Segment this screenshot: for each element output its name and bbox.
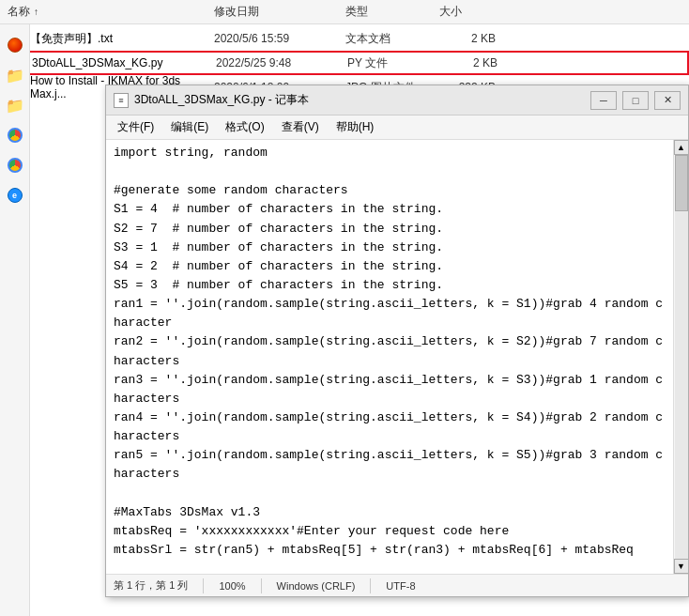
menu-help-label: 帮助(H): [336, 120, 375, 133]
menu-format-label: 格式(O): [225, 120, 264, 133]
close-button[interactable]: ✕: [654, 91, 681, 110]
notepad-scrollbar: ▲ ▼: [673, 140, 688, 574]
status-zoom: 100%: [219, 580, 245, 592]
explorer-header: 名称 ↑ 修改日期 类型 大小: [0, 0, 689, 24]
status-position: 第 1 行，第 1 列: [114, 578, 188, 593]
file-name-text: 3DtoALL_3DSMax_KG.py: [32, 56, 162, 69]
maximize-button[interactable]: □: [622, 91, 649, 110]
folder-icon: 📁: [6, 67, 24, 85]
scrollbar-track[interactable]: [675, 155, 688, 559]
sidebar-icon-install1[interactable]: 📁: [4, 64, 26, 86]
col-type-label: 类型: [345, 5, 368, 18]
sidebar-icons: 📁 📁 e: [0, 24, 30, 616]
sidebar-icon-install2[interactable]: 📁: [4, 94, 26, 116]
col-date[interactable]: 修改日期: [214, 4, 327, 20]
menu-file-label: 文件(F): [117, 120, 154, 133]
file-type-text: 文本文档: [345, 31, 421, 47]
app-icon: [8, 38, 23, 53]
close-icon: ✕: [664, 94, 672, 106]
notepad-menubar: 文件(F) 编辑(E) 格式(O) 查看(V) 帮助(H): [106, 116, 688, 140]
notepad-content-wrapper: ▲ ▼: [106, 140, 688, 574]
menu-edit[interactable]: 编辑(E): [163, 116, 216, 138]
file-name-cell: ≡ 【免责声明】.txt: [8, 30, 195, 47]
status-line-ending: Windows (CRLF): [277, 580, 356, 592]
sidebar-icon-follow[interactable]: [4, 124, 26, 146]
status-separator: [370, 578, 371, 593]
scrollbar-thumb[interactable]: [675, 155, 688, 211]
folder-icon: 📁: [6, 97, 24, 115]
notepad-title-text: 3DtoALL_3DSMax_KG.py - 记事本: [134, 92, 585, 108]
sort-arrow-icon: ↑: [34, 7, 38, 17]
file-name-text: 【免责声明】.txt: [30, 31, 113, 47]
status-separator: [261, 578, 262, 593]
menu-edit-label: 编辑(E): [171, 120, 208, 133]
sidebar-icon-ikmax[interactable]: [4, 34, 26, 56]
minimize-button[interactable]: ─: [590, 91, 617, 110]
menu-format[interactable]: 格式(O): [218, 116, 271, 138]
minimize-icon: ─: [600, 95, 607, 106]
notepad-titlebar: ≡ 3DtoALL_3DSMax_KG.py - 记事本 ─ □ ✕: [106, 85, 688, 116]
file-row-selected[interactable]: py 3DtoALL_3DSMax_KG.py 2022/5/25 9:48 P…: [0, 51, 689, 75]
file-size-text: 2 KB: [439, 32, 496, 45]
col-type[interactable]: 类型: [345, 4, 421, 20]
col-name[interactable]: 名称 ↑: [8, 4, 195, 20]
status-separator: [203, 578, 204, 593]
chrome-icon: [8, 128, 23, 143]
file-type-text: PY 文件: [347, 55, 422, 71]
col-date-label: 修改日期: [214, 5, 259, 18]
file-row[interactable]: ≡ 【免责声明】.txt 2020/5/6 15:59 文本文档 2 KB: [0, 26, 689, 51]
file-date-text: 2022/5/25 9:48: [216, 56, 329, 69]
sidebar-icon-feather2[interactable]: e: [4, 184, 26, 207]
col-size-label: 大小: [439, 5, 462, 18]
file-size-text: 2 KB: [441, 56, 498, 69]
col-name-label: 名称: [8, 4, 30, 20]
col-size[interactable]: 大小: [439, 4, 496, 20]
notepad-statusbar: 第 1 行，第 1 列 100% Windows (CRLF) UTF-8: [106, 574, 688, 596]
notepad-app-icon: ≡: [114, 93, 129, 108]
scroll-up-button[interactable]: ▲: [674, 140, 689, 155]
menu-file[interactable]: 文件(F): [110, 116, 161, 138]
notepad-window: ≡ 3DtoALL_3DSMax_KG.py - 记事本 ─ □ ✕ 文件(F)…: [105, 85, 689, 597]
chrome-icon: [8, 158, 23, 173]
scroll-down-button[interactable]: ▼: [674, 559, 689, 574]
sidebar-icon-feather1[interactable]: [4, 154, 26, 177]
status-encoding: UTF-8: [386, 580, 415, 592]
ie-icon: e: [8, 188, 23, 203]
notepad-textarea[interactable]: [106, 140, 673, 574]
maximize-icon: □: [633, 95, 639, 106]
menu-view-label: 查看(V): [282, 120, 319, 133]
menu-view[interactable]: 查看(V): [274, 116, 327, 138]
file-date-text: 2020/5/6 15:59: [214, 32, 327, 45]
file-name-cell: py 3DtoALL_3DSMax_KG.py: [9, 54, 197, 71]
menu-help[interactable]: 帮助(H): [329, 116, 382, 138]
